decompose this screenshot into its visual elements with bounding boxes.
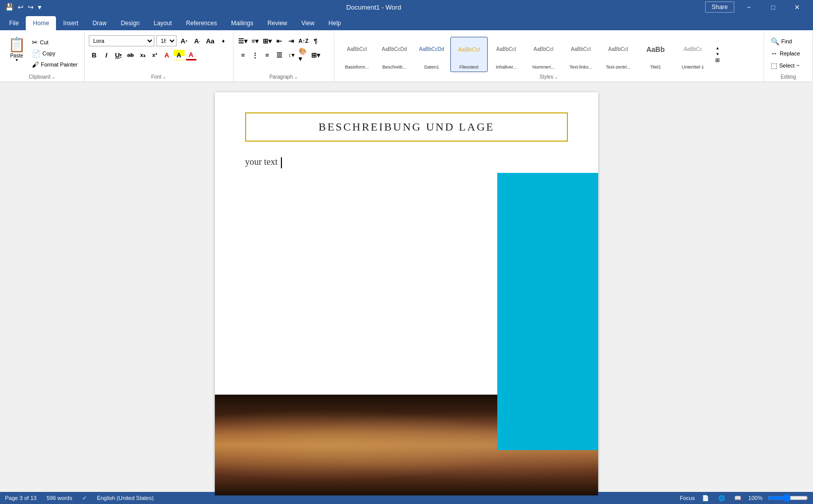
line-spacing-button[interactable]: ↕▾ [286, 49, 297, 60]
bullets-button[interactable]: ☰▾ [238, 35, 249, 46]
style-label-titel1: Titel1 [650, 65, 661, 70]
style-item-text-zentri[interactable]: AaBbCcI Text-zentri... [600, 37, 637, 72]
minimize-button[interactable]: − [737, 0, 761, 14]
align-left-button[interactable]: ≡ [238, 49, 249, 60]
tab-view[interactable]: View [295, 16, 322, 30]
style-label-basisform: Basisform... [345, 65, 369, 70]
web-view-button[interactable]: 🌐 [716, 493, 727, 500]
italic-button[interactable]: I [101, 49, 112, 60]
read-view-button[interactable]: 📖 [732, 493, 743, 500]
restore-button[interactable]: □ [762, 0, 785, 14]
redo-icon[interactable]: ↪ [27, 2, 35, 12]
sort-button[interactable]: A↑Z [298, 35, 309, 46]
copy-button[interactable]: 📄 Copy [29, 48, 80, 58]
format-painter-label: Format Painter [41, 61, 78, 68]
styles-scroll-arrows: ▲ ▼ ⊞ [714, 45, 722, 64]
justify-button[interactable]: ☰ [274, 49, 285, 60]
strikethrough-button[interactable]: ab [125, 49, 136, 60]
find-button[interactable]: 🔍 Find [768, 36, 808, 46]
style-item-basisform[interactable]: AaBbCcI Basisform... [338, 37, 376, 72]
paste-button[interactable]: 📋 Paste ▾ [4, 35, 29, 64]
shading-button[interactable]: 🎨▾ [298, 49, 309, 60]
tab-review[interactable]: Review [260, 16, 294, 30]
tab-draw[interactable]: Draw [85, 16, 113, 30]
borders-button[interactable]: ⊞▾ [310, 49, 321, 60]
close-button[interactable]: ✕ [786, 0, 809, 14]
replace-label: Replace [780, 50, 800, 56]
document-page[interactable]: BESCHREIBUNG UND LAGE your text [215, 92, 598, 495]
clear-format-button[interactable]: ♦ [218, 35, 229, 46]
tab-help[interactable]: Help [321, 16, 348, 30]
font-expander-icon[interactable]: ⌄ [162, 75, 166, 80]
cut-label: Cut [40, 39, 48, 45]
styles-scroll-more[interactable]: ⊞ [714, 57, 722, 64]
title-box[interactable]: BESCHREIBUNG UND LAGE [245, 112, 568, 142]
styles-group-label: Styles [540, 74, 553, 80]
undo-icon[interactable]: ↩ [17, 2, 25, 12]
style-preview-fliesstext: AaBbCcI [454, 39, 484, 59]
paste-dropdown-icon[interactable]: ▾ [16, 57, 18, 62]
zoom-slider[interactable] [768, 494, 808, 500]
save-icon[interactable]: 💾 [4, 2, 15, 12]
text-highlight-button[interactable]: A [173, 49, 185, 60]
tab-references[interactable]: References [179, 16, 224, 30]
customize-icon[interactable]: ▾ [37, 2, 42, 12]
body-text[interactable]: your text [245, 157, 568, 168]
change-case-button[interactable]: Aa [205, 35, 216, 46]
ribbon: 📋 Paste ▾ ✂ Cut 📄 Copy 🖌 Format Painter [0, 30, 813, 82]
top-right-controls: Share − □ ✕ [705, 0, 809, 14]
align-center-button[interactable]: ⋮ [250, 49, 261, 60]
numbering-button[interactable]: ≡▾ [250, 35, 261, 46]
superscript-button[interactable]: x² [149, 49, 160, 60]
show-marks-button[interactable]: ¶ [310, 35, 321, 46]
tab-file[interactable]: File [2, 16, 26, 30]
subscript-button[interactable]: x₂ [137, 49, 148, 60]
style-item-text-links[interactable]: AaBbCcI Text-links... [562, 37, 600, 72]
decrease-indent-button[interactable]: ⇤ [274, 35, 285, 46]
shrink-font-button[interactable]: A- [192, 35, 203, 46]
font-color-button[interactable]: A [186, 49, 197, 60]
tab-layout[interactable]: Layout [147, 16, 179, 30]
text-effects-button[interactable]: A [161, 49, 172, 60]
style-item-inhaltver[interactable]: AaBbCcI Inhaltver... [488, 37, 525, 72]
font-name-select[interactable]: Lora [89, 35, 154, 46]
clipboard-expander-icon[interactable]: ⌄ [51, 75, 55, 80]
cut-button[interactable]: ✂ Cut [29, 37, 80, 47]
format-painter-button[interactable]: 🖌 Format Painter [29, 59, 80, 70]
style-item-titel1[interactable]: AaBb Titel1 [637, 37, 674, 72]
styles-scroll-down[interactable]: ▼ [714, 51, 722, 57]
align-right-button[interactable]: ≡ [262, 49, 273, 60]
style-preview-untertitel1: AaBbCc [678, 39, 708, 59]
clipboard-group: 📋 Paste ▾ ✂ Cut 📄 Copy 🖌 Format Painter [0, 32, 85, 82]
style-label-text-zentri: Text-zentri... [606, 65, 630, 70]
style-label-inhaltver: Inhaltver... [496, 65, 517, 70]
font-size-select[interactable]: 18 [156, 35, 177, 46]
styles-expander-icon[interactable]: ⌄ [554, 75, 558, 80]
paragraph-expander-icon[interactable]: ⌄ [294, 75, 298, 80]
style-item-daten1[interactable]: AaBbCcDd Daten1 [413, 37, 450, 72]
bold-button[interactable]: B [89, 49, 100, 60]
tab-home[interactable]: Home [26, 16, 56, 30]
word-count: 596 words [46, 495, 72, 500]
style-preview-beschreib: AaBbCcDd [379, 39, 410, 59]
share-button[interactable]: Share [705, 2, 734, 13]
style-preview-text-links: AaBbCcI [566, 39, 596, 59]
underline-button[interactable]: U ▾ [113, 49, 124, 60]
tab-mailings[interactable]: Mailings [224, 16, 260, 30]
style-item-untertitel1[interactable]: AaBbCc Untertitel-1 [674, 37, 712, 72]
increase-indent-button[interactable]: ⇥ [286, 35, 297, 46]
style-item-beschreib[interactable]: AaBbCcDd Beschreib... [376, 37, 413, 72]
proofing-icon[interactable]: ✓ [82, 495, 87, 501]
select-button[interactable]: ⬚ Select ~ [768, 60, 808, 71]
style-item-fliesstext[interactable]: AaBbCcI Fliesstext [450, 37, 488, 72]
grow-font-button[interactable]: A+ [179, 35, 190, 46]
tab-design[interactable]: Design [113, 16, 146, 30]
tab-insert[interactable]: Insert [56, 16, 85, 30]
document-scroll[interactable]: BESCHREIBUNG UND LAGE your text [0, 82, 813, 500]
print-layout-view-button[interactable]: 📄 [700, 493, 711, 500]
style-item-nummeri[interactable]: AaBbCcI Nummeri... [525, 37, 562, 72]
focus-label[interactable]: Focus [680, 495, 695, 500]
styles-scroll-up[interactable]: ▲ [714, 45, 722, 51]
replace-button[interactable]: ↔ Replace [768, 48, 808, 58]
multilevel-button[interactable]: ⊞▾ [262, 35, 273, 46]
